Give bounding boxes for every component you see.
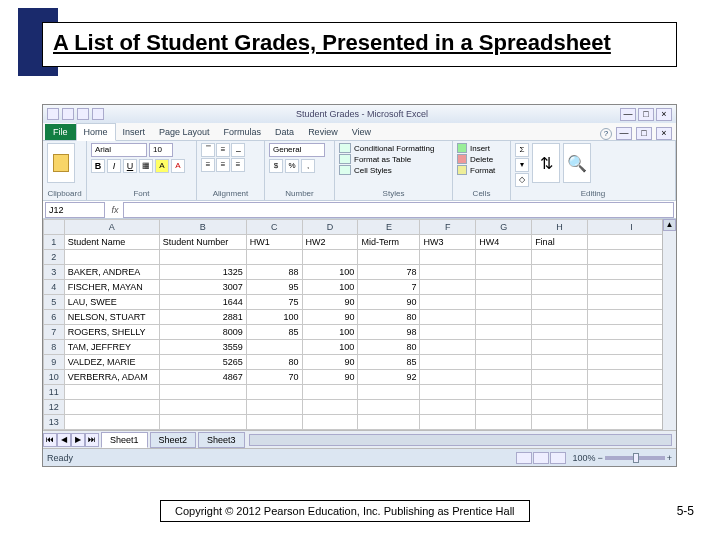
cell[interactable] [159, 385, 246, 400]
cell[interactable]: 80 [358, 340, 420, 355]
row-header[interactable]: 1 [44, 235, 65, 250]
fill-color-button[interactable]: A [155, 159, 169, 173]
cell[interactable]: 8009 [159, 325, 246, 340]
cell[interactable] [476, 280, 532, 295]
cell[interactable] [302, 400, 358, 415]
align-left-button[interactable]: ≡ [201, 158, 215, 172]
paste-button[interactable] [47, 143, 75, 183]
font-color-button[interactable]: A [171, 159, 185, 173]
zoom-out-button[interactable]: − [597, 453, 602, 463]
cell[interactable]: 92 [358, 370, 420, 385]
cell[interactable] [246, 340, 302, 355]
name-box[interactable]: J12 [45, 202, 105, 218]
formula-input[interactable] [123, 202, 674, 218]
cell[interactable]: HW4 [476, 235, 532, 250]
zoom-thumb[interactable] [633, 453, 639, 463]
cell[interactable]: Student Name [64, 235, 159, 250]
cell[interactable] [420, 325, 476, 340]
align-top-button[interactable]: ⎺ [201, 143, 215, 157]
cell[interactable]: BAKER, ANDREA [64, 265, 159, 280]
tab-nav-last[interactable]: ⏭ [85, 433, 99, 447]
cell[interactable]: 85 [246, 325, 302, 340]
cell[interactable] [476, 295, 532, 310]
cell[interactable] [64, 415, 159, 430]
font-name-dropdown[interactable]: Arial [91, 143, 147, 157]
cell[interactable]: ROGERS, SHELLY [64, 325, 159, 340]
minimize-button[interactable]: — [620, 108, 636, 121]
workbook-restore-button[interactable]: □ [636, 127, 652, 140]
cell[interactable] [476, 355, 532, 370]
cell[interactable]: 70 [246, 370, 302, 385]
cell[interactable] [159, 415, 246, 430]
cell[interactable]: 100 [246, 310, 302, 325]
row-header[interactable]: 7 [44, 325, 65, 340]
cell[interactable] [532, 340, 588, 355]
autosum-button[interactable]: Σ [515, 143, 529, 157]
cell[interactable] [532, 400, 588, 415]
cell[interactable]: 2881 [159, 310, 246, 325]
cell[interactable]: VERBERRA, ADAM [64, 370, 159, 385]
workbook-close-button[interactable]: × [656, 127, 672, 140]
align-middle-button[interactable]: ≡ [216, 143, 230, 157]
cell[interactable] [358, 385, 420, 400]
find-select-button[interactable]: 🔍 [563, 143, 591, 183]
number-format-dropdown[interactable]: General [269, 143, 325, 157]
row-header[interactable]: 10 [44, 370, 65, 385]
cell[interactable] [476, 310, 532, 325]
undo-icon[interactable] [77, 108, 89, 120]
align-bottom-button[interactable]: ⎽ [231, 143, 245, 157]
save-icon[interactable] [62, 108, 74, 120]
cell[interactable] [532, 250, 588, 265]
cell[interactable] [358, 400, 420, 415]
cell[interactable] [246, 415, 302, 430]
cell[interactable] [358, 250, 420, 265]
select-all-corner[interactable] [44, 220, 65, 235]
tab-view[interactable]: View [345, 124, 378, 140]
cell[interactable] [420, 355, 476, 370]
cell[interactable]: 3007 [159, 280, 246, 295]
cell[interactable]: 5265 [159, 355, 246, 370]
cell[interactable]: 90 [302, 310, 358, 325]
cell[interactable]: 95 [246, 280, 302, 295]
border-button[interactable]: ▦ [139, 159, 153, 173]
cell[interactable] [532, 295, 588, 310]
cell[interactable]: 100 [302, 340, 358, 355]
tab-review[interactable]: Review [301, 124, 345, 140]
redo-icon[interactable] [92, 108, 104, 120]
cell[interactable] [64, 400, 159, 415]
col-header[interactable]: F [420, 220, 476, 235]
align-center-button[interactable]: ≡ [216, 158, 230, 172]
cell[interactable]: 90 [358, 295, 420, 310]
cell[interactable] [532, 415, 588, 430]
cell[interactable] [302, 250, 358, 265]
cell[interactable]: 3559 [159, 340, 246, 355]
page-layout-view-button[interactable] [533, 452, 549, 464]
tab-nav-next[interactable]: ▶ [71, 433, 85, 447]
horizontal-scrollbar[interactable] [249, 434, 672, 446]
zoom-in-button[interactable]: + [667, 453, 672, 463]
workbook-minimize-button[interactable]: — [616, 127, 632, 140]
conditional-formatting-button[interactable]: Conditional Formatting [339, 143, 448, 153]
row-header[interactable]: 12 [44, 400, 65, 415]
cell[interactable] [420, 370, 476, 385]
cell[interactable]: 4867 [159, 370, 246, 385]
cell[interactable] [532, 310, 588, 325]
cell[interactable] [246, 250, 302, 265]
cell[interactable]: 90 [302, 355, 358, 370]
fill-button[interactable]: ▾ [515, 158, 529, 172]
cell[interactable] [302, 415, 358, 430]
cell[interactable] [358, 415, 420, 430]
cell[interactable] [64, 250, 159, 265]
zoom-control[interactable]: 100% − + [572, 453, 672, 463]
cell[interactable]: LAU, SWEE [64, 295, 159, 310]
cell[interactable]: HW1 [246, 235, 302, 250]
cell[interactable]: FISCHER, MAYAN [64, 280, 159, 295]
help-icon[interactable]: ? [600, 128, 612, 140]
vertical-scrollbar[interactable]: ▲ [662, 219, 676, 430]
tab-nav-prev[interactable]: ◀ [57, 433, 71, 447]
cell[interactable] [246, 385, 302, 400]
sort-filter-button[interactable]: ⇅ [532, 143, 560, 183]
col-header[interactable]: C [246, 220, 302, 235]
cell[interactable] [246, 400, 302, 415]
cell[interactable] [532, 370, 588, 385]
